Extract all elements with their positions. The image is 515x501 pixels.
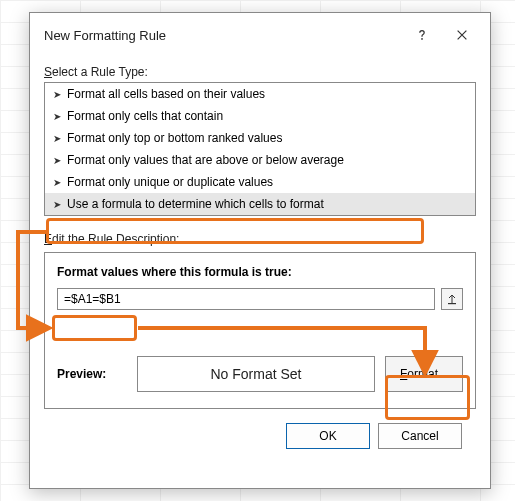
rule-type-list[interactable]: ➤Format all cells based on their values➤… <box>44 82 476 216</box>
dialog-titlebar: New Formatting Rule <box>30 13 490 57</box>
collapse-dialog-button[interactable] <box>441 288 463 310</box>
range-select-icon <box>446 293 458 305</box>
rule-type-label: Format all cells based on their values <box>67 87 265 101</box>
bullet-icon: ➤ <box>53 199 61 210</box>
rule-type-label: Use a formula to determine which cells t… <box>67 197 324 211</box>
help-icon <box>415 28 429 42</box>
cancel-button[interactable]: Cancel <box>378 423 462 449</box>
ok-button[interactable]: OK <box>286 423 370 449</box>
dialog-title: New Formatting Rule <box>44 28 402 43</box>
bullet-icon: ➤ <box>53 177 61 188</box>
select-rule-type-label: Select a Rule Type: <box>44 65 476 79</box>
format-values-label: Format values where this formula is true… <box>57 265 463 279</box>
rule-type-item[interactable]: ➤Format all cells based on their values <box>45 83 475 105</box>
close-icon <box>455 28 469 42</box>
bullet-icon: ➤ <box>53 133 61 144</box>
rule-type-item[interactable]: ➤Format only unique or duplicate values <box>45 171 475 193</box>
rule-type-item[interactable]: ➤Format only values that are above or be… <box>45 149 475 171</box>
formula-input[interactable] <box>57 288 435 310</box>
rule-type-item[interactable]: ➤Format only cells that contain <box>45 105 475 127</box>
close-button[interactable] <box>442 23 482 47</box>
rule-type-label: Format only cells that contain <box>67 109 223 123</box>
rule-type-label: Format only values that are above or bel… <box>67 153 344 167</box>
edit-rule-description-label: Edit the Rule Description: <box>44 232 476 246</box>
bullet-icon: ➤ <box>53 111 61 122</box>
svg-point-0 <box>421 38 423 40</box>
preview-box: No Format Set <box>137 356 375 392</box>
rule-type-label: Format only top or bottom ranked values <box>67 131 282 145</box>
rule-type-item[interactable]: ➤Format only top or bottom ranked values <box>45 127 475 149</box>
new-formatting-rule-dialog: New Formatting Rule Select a Rule Type: … <box>29 12 491 489</box>
rule-type-item[interactable]: ➤Use a formula to determine which cells … <box>45 193 475 215</box>
svg-rect-1 <box>448 303 456 304</box>
format-button[interactable]: Format... <box>385 356 463 392</box>
preview-label: Preview: <box>57 367 127 381</box>
rule-type-label: Format only unique or duplicate values <box>67 175 273 189</box>
bullet-icon: ➤ <box>53 89 61 100</box>
help-button[interactable] <box>402 23 442 47</box>
rule-description-panel: Format values where this formula is true… <box>44 252 476 409</box>
bullet-icon: ➤ <box>53 155 61 166</box>
